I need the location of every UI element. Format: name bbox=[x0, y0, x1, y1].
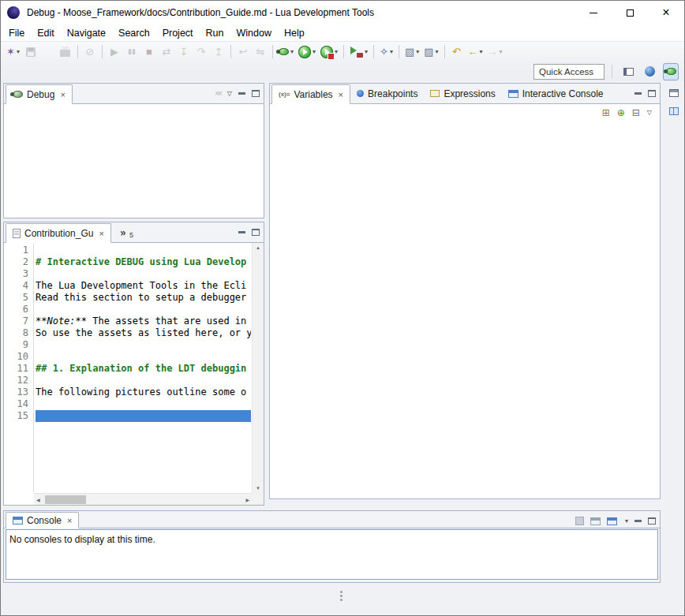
show-logical-structure-icon[interactable]: ⊞ bbox=[602, 108, 610, 118]
editor-line[interactable]: ## 1. Explanation of the LDT debuggin bbox=[36, 363, 251, 375]
scroll-up-icon[interactable]: ▲ bbox=[256, 245, 260, 250]
editor-vertical-scrollbar[interactable]: ▲ ▼ bbox=[252, 243, 264, 493]
debug-view-menu-icon[interactable]: ▽ bbox=[227, 90, 232, 97]
tab-debug-close-icon[interactable]: × bbox=[60, 90, 65, 99]
new-wizard-dropdown-icon[interactable]: ▾ bbox=[17, 48, 20, 55]
editor-line[interactable]: # Interactive DEBUG using Lua Develop bbox=[36, 256, 251, 268]
debug-dropdown-icon[interactable]: ▾ bbox=[290, 48, 294, 55]
editor-line[interactable] bbox=[36, 245, 251, 256]
close-button[interactable]: × bbox=[648, 1, 684, 24]
search-dropdown-icon[interactable]: ▾ bbox=[390, 48, 393, 55]
editor-line[interactable] bbox=[36, 351, 251, 363]
variables-minimize-icon[interactable] bbox=[634, 92, 642, 95]
back-dropdown-icon[interactable]: ▾ bbox=[480, 48, 483, 55]
search-button[interactable]: ✧▾ bbox=[378, 43, 395, 61]
debug-maximize-icon[interactable] bbox=[252, 90, 260, 97]
new-lua-file-dropdown-icon[interactable]: ▾ bbox=[416, 48, 419, 55]
editor-text: ## 1. Explanation of the LDT debuggin bbox=[36, 363, 246, 374]
minimize-button[interactable] bbox=[575, 1, 612, 24]
menu-item-run[interactable]: Run bbox=[200, 26, 230, 40]
editor-line[interactable] bbox=[36, 339, 251, 351]
open-console-dropdown-icon[interactable]: ▾ bbox=[625, 517, 628, 525]
step-over-icon: ↷ bbox=[197, 47, 205, 57]
run-coverage-dropdown-icon[interactable]: ▾ bbox=[335, 48, 338, 55]
tab-variables-close-icon[interactable]: × bbox=[339, 90, 343, 99]
scroll-left-icon[interactable]: ◀ bbox=[36, 497, 40, 502]
editor-maximize-icon[interactable] bbox=[252, 229, 260, 236]
debug-perspective-button[interactable] bbox=[663, 63, 679, 80]
debug-minimize-icon[interactable] bbox=[238, 92, 245, 95]
editor-line[interactable]: **Note:** The assets that are used in bbox=[36, 315, 251, 327]
editor-line[interactable]: The Lua Development Tools in the Ecli bbox=[36, 280, 251, 292]
menu-item-search[interactable]: Search bbox=[112, 26, 156, 40]
last-edit-location-button[interactable]: ↶ bbox=[449, 43, 465, 61]
disconnect-button: ⇄ bbox=[159, 43, 174, 61]
scroll-right-icon[interactable]: ▶ bbox=[245, 497, 249, 502]
editor-line[interactable] bbox=[36, 398, 251, 410]
variables-maximize-icon[interactable] bbox=[648, 90, 656, 97]
menu-item-navigate[interactable]: Navigate bbox=[61, 26, 112, 40]
tab-variables[interactable]: (x)= Variables × bbox=[271, 84, 350, 104]
run-button[interactable]: ▾ bbox=[297, 43, 317, 61]
restore-minimized-view-button[interactable] bbox=[666, 85, 682, 101]
ldt-perspective-button[interactable] bbox=[642, 63, 657, 80]
editor-line[interactable]: The following pictures outline some o bbox=[36, 386, 251, 398]
run-dropdown-icon[interactable]: ▾ bbox=[313, 48, 316, 55]
console-icon bbox=[13, 517, 23, 525]
editor-line[interactable] bbox=[36, 268, 251, 280]
main-toolbar: ✶▾⊘▶▮▮■⇄↧↷↥↩⇋▾▾▾▾✧▾▧▾▨▾↶←▾→▾ bbox=[1, 41, 684, 62]
menu-item-file[interactable]: File bbox=[2, 26, 31, 40]
titlebar: Debug - Moose_Framework/docs/Contributio… bbox=[1, 1, 684, 24]
expand-selection-icon[interactable]: ⊕ bbox=[617, 108, 625, 118]
open-element-dropdown-icon[interactable]: ▾ bbox=[436, 48, 439, 55]
console-maximize-icon[interactable] bbox=[648, 517, 656, 525]
display-selected-console-icon[interactable] bbox=[590, 517, 601, 525]
run-coverage-button[interactable]: ▾ bbox=[319, 43, 339, 61]
debug-button[interactable]: ▾ bbox=[277, 43, 295, 61]
scrollbar-thumb[interactable] bbox=[45, 495, 86, 504]
editor-minimize-icon[interactable] bbox=[238, 231, 245, 233]
tab-contribution-guide[interactable]: Contribution_Gu × bbox=[6, 223, 111, 243]
debug-icon bbox=[279, 48, 289, 55]
editor-text-area[interactable]: # Interactive DEBUG using Lua DevelopThe… bbox=[36, 243, 251, 492]
menu-item-window[interactable]: Window bbox=[230, 26, 278, 40]
open-perspective-button[interactable] bbox=[620, 63, 636, 80]
scroll-down-icon[interactable]: ▼ bbox=[256, 486, 260, 491]
tab-breakpoints[interactable]: Breakpoints bbox=[350, 84, 424, 103]
toolbar-separator bbox=[399, 45, 399, 58]
collapse-all-icon[interactable]: ⊟ bbox=[632, 108, 640, 118]
console-minimize-icon[interactable] bbox=[634, 520, 642, 522]
external-tools-dropdown-icon[interactable]: ▾ bbox=[365, 48, 368, 55]
new-lua-file-button[interactable]: ▧▾ bbox=[403, 43, 421, 61]
editor-line[interactable] bbox=[36, 410, 251, 422]
hidden-editors-indicator[interactable]: » 5 bbox=[116, 222, 137, 242]
editor-line[interactable] bbox=[36, 375, 251, 386]
resume-button: ▶ bbox=[107, 43, 122, 61]
variables-view-menu-icon[interactable]: ▽ bbox=[647, 110, 652, 116]
quick-access-box[interactable]: Quick Access bbox=[533, 64, 605, 80]
line-number: 14 bbox=[4, 398, 33, 410]
tab-interactive-console[interactable]: Interactive Console bbox=[502, 84, 610, 103]
editor-line[interactable] bbox=[36, 304, 251, 315]
editor-horizontal-scrollbar[interactable]: ◀ ▶ bbox=[34, 493, 252, 505]
tab-console-close-icon[interactable]: × bbox=[67, 516, 72, 525]
editor-line[interactable]: So use the assets as listed here, or y bbox=[36, 327, 251, 339]
tab-console[interactable]: Console × bbox=[6, 512, 79, 528]
menu-item-project[interactable]: Project bbox=[156, 26, 200, 40]
print-icon bbox=[60, 50, 70, 57]
open-element-button[interactable]: ▨▾ bbox=[422, 43, 440, 61]
editor-line[interactable]: Read this section to setup a debugger bbox=[36, 292, 251, 304]
external-tools-button[interactable]: ▾ bbox=[348, 43, 369, 61]
menu-item-help[interactable]: Help bbox=[278, 26, 311, 40]
disconnect-icon: ⇄ bbox=[162, 47, 170, 57]
back-button[interactable]: ←▾ bbox=[466, 43, 485, 61]
new-wizard-button[interactable]: ✶▾ bbox=[5, 43, 21, 61]
tab-debug[interactable]: Debug × bbox=[6, 84, 73, 104]
maximize-button[interactable] bbox=[612, 1, 648, 24]
menu-item-edit[interactable]: Edit bbox=[31, 26, 61, 40]
tab-contribution-guide-close-icon[interactable]: × bbox=[99, 229, 103, 238]
splitter-grip[interactable] bbox=[340, 591, 342, 593]
tab-expressions[interactable]: Expressions bbox=[424, 84, 501, 103]
minimized-view-button[interactable] bbox=[666, 103, 682, 119]
open-console-icon[interactable] bbox=[607, 517, 617, 525]
